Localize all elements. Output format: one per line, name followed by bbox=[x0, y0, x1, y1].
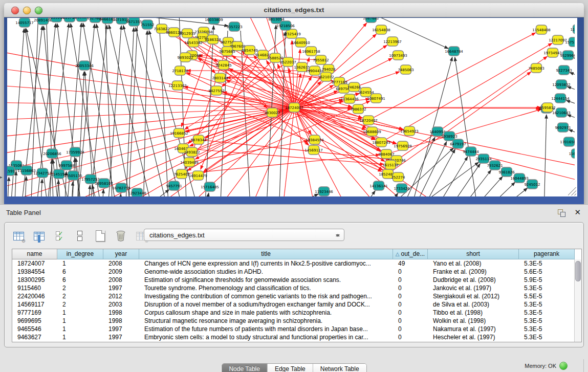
graph-node[interactable]: 7955812 bbox=[313, 55, 329, 64]
table-cell[interactable]: 2 bbox=[57, 292, 103, 300]
column-header-title[interactable]: title bbox=[139, 249, 393, 259]
graph-node[interactable]: 19166852 bbox=[170, 128, 188, 138]
table-cell[interactable]: 1997 bbox=[103, 333, 139, 341]
graph-node[interactable]: 252274 bbox=[391, 172, 405, 182]
graph-node[interactable]: 14569117 bbox=[304, 145, 323, 155]
graph-node[interactable]: 9357223 bbox=[226, 22, 242, 31]
table-cell[interactable]: 0 bbox=[393, 325, 428, 333]
table-cell[interactable]: 9777169 bbox=[12, 309, 57, 317]
graph-node[interactable]: 12213967 bbox=[383, 37, 402, 46]
graph-node[interactable]: 7485063 bbox=[398, 65, 413, 74]
column-header-name[interactable]: name bbox=[12, 249, 57, 259]
table-cell[interactable]: 5.3E-5 bbox=[519, 317, 575, 325]
graph-node[interactable]: 19654923 bbox=[400, 126, 419, 136]
table-cell[interactable]: 2 bbox=[57, 300, 103, 309]
graph-node[interactable]: 12342757 bbox=[33, 168, 52, 178]
column-header-out_de[interactable]: △out_de... bbox=[393, 249, 428, 259]
table-cell[interactable]: Changes of HCN gene expression and I(f) … bbox=[139, 259, 393, 268]
table-cell[interactable]: 5.5E-5 bbox=[519, 292, 575, 300]
graph-node[interactable]: 7485083 bbox=[528, 63, 544, 73]
table-cell[interactable]: 19384554 bbox=[12, 268, 57, 276]
graph-node[interactable]: 2935114 bbox=[475, 154, 492, 163]
table-cell[interactable]: Dudbridge et al. (2008) bbox=[428, 276, 519, 284]
table-cell[interactable]: 9115460 bbox=[12, 284, 57, 292]
graph-node[interactable]: 16640910 bbox=[292, 38, 310, 47]
table-cell[interactable]: 5.3E-5 bbox=[519, 259, 575, 268]
graph-node[interactable]: 2718176 bbox=[172, 66, 188, 75]
show-columns-icon[interactable] bbox=[32, 229, 46, 243]
select-rows-icon[interactable]: ✓ ✓ bbox=[53, 229, 66, 243]
table-cell[interactable]: 6 bbox=[57, 268, 103, 276]
graph-node[interactable]: 9361826 bbox=[498, 167, 515, 177]
column-header-year[interactable]: year bbox=[103, 249, 139, 259]
table-cell[interactable]: 5.3E-5 bbox=[519, 333, 575, 341]
table-cell[interactable]: Jankovic et al. (1997) bbox=[428, 284, 519, 292]
table-cell[interactable]: Estimation of significance thresholds fo… bbox=[139, 276, 393, 284]
graph-node[interactable]: 16961758 bbox=[302, 47, 320, 56]
table-cell[interactable]: de Silva et al. (2003) bbox=[428, 300, 519, 309]
table-cell[interactable]: 1 bbox=[57, 317, 103, 325]
table-cell[interactable]: Nakamura et al. (1997) bbox=[428, 325, 519, 333]
table-cell[interactable]: 2003 bbox=[103, 300, 139, 309]
table-cell[interactable]: 6 bbox=[57, 276, 103, 284]
table-cell[interactable]: 1 bbox=[57, 259, 103, 268]
graph-node[interactable]: 14136141 bbox=[369, 181, 388, 190]
resize-grip[interactable] bbox=[568, 187, 576, 195]
table-cell[interactable]: 0 bbox=[393, 300, 428, 309]
graph-node[interactable]: 2087682 bbox=[363, 18, 379, 23]
graph-node[interactable]: 17359924 bbox=[66, 147, 84, 157]
table-cell[interactable]: 2009 bbox=[103, 268, 139, 276]
vertical-scrollbar[interactable] bbox=[574, 259, 581, 342]
graph-node[interactable]: 751552 bbox=[141, 20, 155, 29]
graph-node[interactable]: 12213363 bbox=[168, 81, 187, 90]
graph-node[interactable]: 19756928 bbox=[394, 141, 412, 150]
table-cell[interactable]: Estimation of the future numbers of pati… bbox=[139, 325, 393, 333]
table-cell[interactable]: 18724007 bbox=[12, 259, 57, 268]
table-cell[interactable]: 1997 bbox=[103, 284, 139, 292]
table-row[interactable]: 946554611997Estimation of the future num… bbox=[12, 325, 581, 333]
table-cell[interactable]: Franke et al. (2009) bbox=[428, 268, 519, 276]
table-row[interactable]: 977716911998Corpus callosum shape and si… bbox=[12, 309, 581, 317]
table-cell[interactable]: 5.3E-5 bbox=[519, 325, 575, 333]
graph-node[interactable]: 9692971 bbox=[555, 123, 571, 132]
graph-node[interactable]: 1167553 bbox=[569, 149, 575, 158]
graph-node[interactable]: 5878342 bbox=[190, 135, 206, 144]
graph-node[interactable]: 16033809 bbox=[205, 18, 223, 24]
table-cell[interactable]: 0 bbox=[393, 292, 428, 300]
table-cell[interactable]: 9699695 bbox=[12, 317, 57, 325]
graph-node[interactable]: 1733426 bbox=[394, 184, 410, 193]
graph-node[interactable]: 12217097 bbox=[549, 35, 567, 45]
window-titlebar[interactable]: citations_edges.txt bbox=[4, 3, 584, 17]
table-row[interactable]: 1456911722003Disruption of a novel membe… bbox=[12, 300, 581, 309]
table-cell[interactable]: Hescheler et al. (1997) bbox=[428, 333, 519, 341]
table-cell[interactable]: 2008 bbox=[103, 259, 139, 268]
table-row[interactable]: 1938455462009Genome-wide association stu… bbox=[12, 268, 581, 276]
graph-node[interactable]: 9227343 bbox=[556, 65, 572, 75]
graph-node[interactable]: 17016504 bbox=[560, 137, 575, 146]
new-table-icon[interactable] bbox=[94, 229, 107, 243]
table-cell[interactable]: 49 bbox=[393, 259, 428, 268]
table-row[interactable]: 969969511998Structural magnetic resonanc… bbox=[12, 317, 581, 325]
graph-node[interactable]: 7932621 bbox=[487, 161, 503, 170]
table-cell[interactable]: Tourette syndrome. Phenomenology and cla… bbox=[139, 284, 393, 292]
graph-node[interactable]: 16044893 bbox=[510, 173, 529, 183]
graph-node[interactable]: 9329966 bbox=[560, 51, 575, 60]
graph-node[interactable]: 16154838 bbox=[372, 25, 390, 34]
table-cell[interactable]: 1 bbox=[57, 309, 103, 317]
table-cell[interactable]: 1 bbox=[57, 325, 103, 333]
table-selector-dropdown[interactable]: citations_edges.txt bbox=[144, 229, 344, 241]
table-cell[interactable]: 22420046 bbox=[12, 292, 57, 300]
table-row[interactable]: 2242004622012Investigating the contribut… bbox=[12, 292, 581, 300]
memory-status-icon[interactable] bbox=[559, 362, 568, 370]
graph-node[interactable]: 20206856 bbox=[43, 149, 61, 158]
table-cell[interactable]: 0 bbox=[393, 317, 428, 325]
table-cell[interactable]: 2008 bbox=[103, 276, 139, 284]
graph-node[interactable]: 9474444 bbox=[463, 147, 479, 156]
table-cell[interactable]: 2 bbox=[57, 284, 103, 292]
graph-node[interactable]: 9997588 bbox=[58, 161, 74, 170]
table-cell[interactable]: Disruption of a novel member of a sodium… bbox=[139, 300, 393, 309]
table-cell[interactable]: 1 bbox=[57, 333, 103, 341]
graph-node[interactable]: 15716485 bbox=[201, 182, 219, 191]
table-cell[interactable]: 1997 bbox=[103, 325, 139, 333]
table-cell[interactable]: Stergiakouli et al. (2012) bbox=[428, 292, 519, 300]
